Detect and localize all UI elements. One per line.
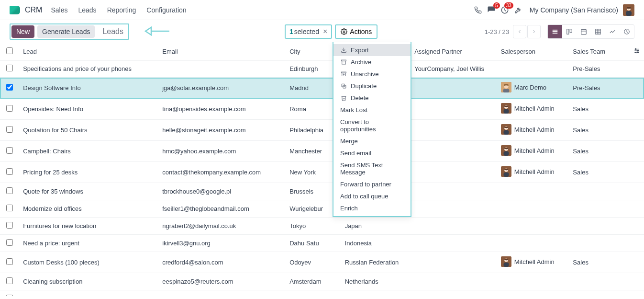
cell-email[interactable]: ikirvell3@gnu.org bbox=[158, 235, 286, 252]
cell-partner[interactable] bbox=[411, 141, 497, 162]
cell-team[interactable]: Pre-Sales bbox=[569, 78, 626, 99]
row-checkbox[interactable] bbox=[6, 277, 13, 284]
cell-partner[interactable] bbox=[411, 78, 497, 99]
dropdown-item-add-to-call-queue[interactable]: Add to call queue bbox=[333, 190, 411, 202]
dropdown-item-convert-to-opportunities[interactable]: Convert to opportunities bbox=[333, 116, 411, 135]
row-checkbox[interactable] bbox=[6, 105, 13, 112]
pager-prev[interactable] bbox=[513, 25, 526, 38]
dropdown-item-send-sms-text-message[interactable]: Send SMS Text Message bbox=[333, 159, 411, 178]
cell-lead[interactable]: Opensides: Need Info bbox=[19, 99, 158, 120]
cell-lead[interactable]: Campbell: Chairs bbox=[19, 141, 158, 162]
table-row[interactable]: Modernize old officesfseiller1@theglobea… bbox=[0, 200, 644, 218]
cell-partner[interactable] bbox=[411, 218, 497, 235]
row-checkbox[interactable] bbox=[6, 187, 13, 194]
view-list-icon[interactable] bbox=[548, 25, 562, 38]
cell-salesperson[interactable] bbox=[497, 218, 569, 235]
cell-email[interactable] bbox=[158, 60, 286, 78]
row-checkbox[interactable] bbox=[6, 258, 13, 265]
table-row[interactable]: Specifications and price of your phonesE… bbox=[0, 60, 644, 78]
nav-configuration[interactable]: Configuration bbox=[146, 6, 186, 14]
view-graph-icon[interactable] bbox=[605, 25, 620, 38]
tools-icon[interactable] bbox=[511, 3, 525, 17]
cell-lead[interactable]: Pricing for 25 desks bbox=[19, 162, 158, 183]
dropdown-item-mark-lost[interactable]: Mark Lost bbox=[333, 104, 411, 116]
table-row[interactable]: Opensides: Need Infotina@opensides.examp… bbox=[0, 99, 644, 120]
view-calendar-icon[interactable] bbox=[577, 25, 591, 38]
cell-salesperson[interactable] bbox=[497, 235, 569, 252]
cell-team[interactable]: Pre-Sales bbox=[569, 60, 626, 78]
cell-team[interactable] bbox=[569, 183, 626, 200]
cell-salesperson[interactable] bbox=[497, 273, 569, 290]
dropdown-item-merge[interactable]: Merge bbox=[333, 135, 411, 147]
cell-partner[interactable]: YourCompany, Joel Willis bbox=[411, 60, 497, 78]
nav-leads[interactable]: Leads bbox=[78, 6, 96, 14]
cell-salesperson[interactable] bbox=[497, 200, 569, 218]
table-row[interactable]: Campbell: Chairshmc@yahoo.example.comMan… bbox=[0, 141, 644, 162]
cell-country[interactable]: Indonesia bbox=[341, 235, 411, 252]
dropdown-item-export[interactable]: Export bbox=[333, 44, 411, 56]
cell-email[interactable]: credford4@salon.com bbox=[158, 252, 286, 273]
col-partner[interactable]: Assigned Partner bbox=[411, 43, 497, 60]
cell-partner[interactable] bbox=[411, 252, 497, 273]
cell-email[interactable]: fseiller1@theglobeandmail.com bbox=[158, 200, 286, 218]
brand-label[interactable]: CRM bbox=[25, 6, 42, 14]
col-email[interactable]: Email bbox=[158, 43, 286, 60]
view-activity-icon[interactable] bbox=[620, 25, 634, 38]
cell-salesperson[interactable]: Mitchell Admin bbox=[497, 99, 569, 120]
cell-country[interactable]: Russian Federation bbox=[341, 290, 411, 297]
cell-salesperson[interactable] bbox=[497, 290, 569, 297]
col-team[interactable]: Sales Team bbox=[569, 43, 626, 60]
row-checkbox[interactable] bbox=[6, 65, 13, 71]
nav-reporting[interactable]: Reporting bbox=[107, 6, 136, 14]
cell-team[interactable]: Sales bbox=[569, 162, 626, 183]
cell-lead[interactable]: Modernize old offices bbox=[19, 200, 158, 218]
phone-icon[interactable] bbox=[471, 3, 485, 17]
cell-country[interactable]: Russian Federation bbox=[341, 252, 411, 273]
select-all-checkbox[interactable] bbox=[6, 47, 13, 54]
row-checkbox[interactable] bbox=[6, 126, 13, 133]
nav-sales[interactable]: Sales bbox=[51, 6, 67, 14]
cell-salesperson[interactable] bbox=[497, 60, 569, 78]
pager-next[interactable] bbox=[527, 25, 541, 38]
cell-salesperson[interactable]: Mitchell Admin bbox=[497, 162, 569, 183]
row-checkbox[interactable] bbox=[6, 168, 13, 175]
cell-lead[interactable]: Quote for 35 windows bbox=[19, 183, 158, 200]
cell-city[interactable]: Dahu Satu bbox=[286, 235, 341, 252]
cell-city[interactable]: Tokyo bbox=[286, 218, 341, 235]
company-selector[interactable]: My Company (San Francisco) bbox=[530, 6, 618, 14]
cell-email[interactable]: tbrockhouse0@google.pl bbox=[158, 183, 286, 200]
table-row[interactable]: Quotation for 50 Chairshelle@stonageit.e… bbox=[0, 120, 644, 141]
table-row[interactable]: Office chairsjjobbins6@simplemachines.or… bbox=[0, 290, 644, 297]
table-row[interactable]: Custom Desks (100 pieces)credford4@salon… bbox=[0, 252, 644, 273]
cell-salesperson[interactable]: Mitchell Admin bbox=[497, 141, 569, 162]
cell-partner[interactable] bbox=[411, 235, 497, 252]
cell-salesperson[interactable]: Mitchell Admin bbox=[497, 252, 569, 273]
cell-team[interactable] bbox=[569, 200, 626, 218]
col-options[interactable] bbox=[627, 43, 644, 60]
dropdown-item-archive[interactable]: Archive bbox=[333, 56, 411, 68]
new-button[interactable]: New bbox=[11, 25, 34, 38]
cell-country[interactable]: Netherlands bbox=[341, 273, 411, 290]
col-salesperson[interactable]: Salesperson bbox=[497, 43, 569, 60]
dropdown-item-forward-to-partner[interactable]: Forward to partner bbox=[333, 178, 411, 190]
cell-city[interactable]: Amsterdam bbox=[286, 273, 341, 290]
cell-lead[interactable]: Custom Desks (100 pieces) bbox=[19, 252, 158, 273]
dropdown-item-duplicate[interactable]: Duplicate bbox=[333, 80, 411, 92]
cell-email[interactable]: hmc@yahoo.example.com bbox=[158, 141, 286, 162]
col-lead[interactable]: Lead bbox=[19, 43, 158, 60]
cell-team[interactable]: Sales bbox=[569, 99, 626, 120]
activities-icon[interactable]: 33 bbox=[498, 3, 511, 17]
actions-button[interactable]: Actions bbox=[335, 24, 378, 39]
cell-email[interactable]: jga@solar.example.com bbox=[158, 78, 286, 99]
messages-icon[interactable]: 5 bbox=[485, 3, 498, 17]
cell-team[interactable] bbox=[569, 218, 626, 235]
cell-city[interactable]: Gvardeysk bbox=[286, 290, 341, 297]
cell-lead[interactable]: Design Software Info bbox=[19, 78, 158, 99]
view-pivot-icon[interactable] bbox=[591, 25, 605, 38]
cell-email[interactable]: tina@opensides.example.com bbox=[158, 99, 286, 120]
cell-email[interactable]: contact@thekompany.example.com bbox=[158, 162, 286, 183]
table-row[interactable]: Cleaning subscriptioneespinazo5@reuters.… bbox=[0, 273, 644, 290]
cell-salesperson[interactable]: Marc Demo bbox=[497, 78, 569, 99]
cell-lead[interactable]: Office chairs bbox=[19, 290, 158, 297]
cell-team[interactable]: Sales bbox=[569, 141, 626, 162]
